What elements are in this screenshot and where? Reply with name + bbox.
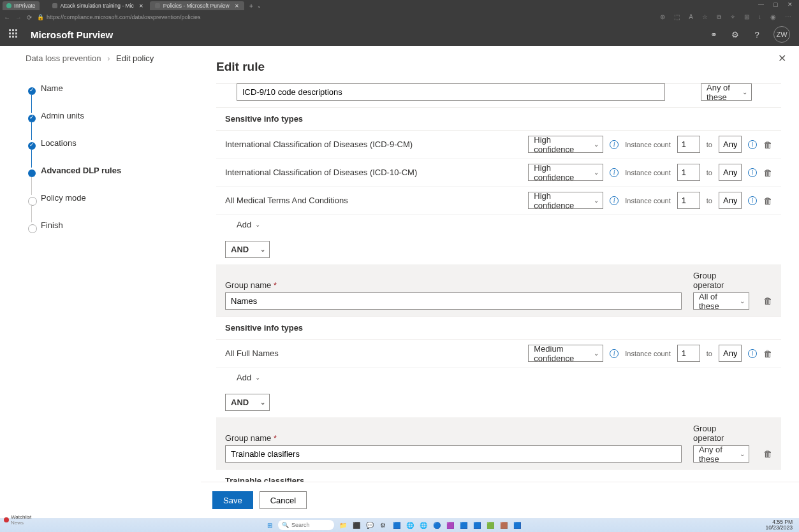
- taskbar-app-icon[interactable]: 🟦: [392, 521, 401, 530]
- info-icon[interactable]: i: [748, 140, 757, 149]
- user-avatar[interactable]: ZW: [773, 26, 790, 43]
- step-finish[interactable]: Finish: [24, 220, 201, 230]
- taskbar-search[interactable]: 🔍Search: [278, 520, 334, 530]
- step-locations[interactable]: Locations: [24, 138, 201, 148]
- group-name-input[interactable]: [225, 292, 682, 310]
- step-admin-units[interactable]: Admin units: [24, 111, 201, 120]
- info-icon[interactable]: i: [748, 168, 757, 177]
- delete-row-button[interactable]: 🗑: [763, 196, 772, 206]
- save-button[interactable]: Save: [212, 491, 253, 509]
- taskbar-app-icon[interactable]: 💬: [365, 521, 374, 530]
- more-icon[interactable]: ⋯: [785, 13, 791, 21]
- group-name-input[interactable]: [225, 445, 682, 463]
- extensions-icon[interactable]: ⊞: [744, 13, 749, 21]
- info-icon[interactable]: i: [610, 349, 619, 358]
- window-close-button[interactable]: ✕: [788, 1, 793, 8]
- collections-icon[interactable]: ✧: [730, 13, 735, 21]
- zoom-icon[interactable]: ⊕: [660, 13, 665, 21]
- instance-to-input[interactable]: [719, 164, 742, 181]
- logic-operator-select[interactable]: AND⌄: [225, 394, 270, 411]
- group-operator-select[interactable]: Any of these⌄: [701, 83, 752, 101]
- browser-tab-strip: InPrivate Attack simulation training - M…: [0, 0, 799, 11]
- info-icon[interactable]: i: [610, 140, 619, 149]
- help-icon[interactable]: ?: [752, 29, 762, 40]
- downloads-icon[interactable]: ↓: [758, 13, 761, 21]
- step-policy-mode[interactable]: Policy mode: [24, 193, 201, 203]
- confidence-select[interactable]: Medium confidence⌄: [528, 345, 603, 362]
- appearance-icon[interactable]: A: [689, 13, 693, 21]
- group-operator-label: Group operator: [693, 424, 749, 443]
- read-aloud-icon[interactable]: ⬚: [674, 13, 680, 21]
- instance-from-input[interactable]: [677, 192, 700, 209]
- taskbar-app-icon[interactable]: ⬛: [351, 521, 361, 530]
- start-button[interactable]: ⊞: [265, 521, 274, 530]
- close-icon[interactable]: ✕: [139, 3, 143, 9]
- taskbar-app-icon[interactable]: 🟪: [445, 521, 455, 530]
- browser-tab[interactable]: Policies - Microsoft Purview ✕: [150, 1, 244, 10]
- delete-row-button[interactable]: 🗑: [763, 349, 772, 359]
- taskbar-app-icon[interactable]: 🟦: [472, 521, 481, 530]
- back-button[interactable]: ←: [4, 14, 10, 21]
- tab-title: Attack simulation training - Mic: [61, 3, 134, 9]
- taskbar-app-icon[interactable]: 🟫: [499, 521, 508, 530]
- instance-to-input[interactable]: [719, 192, 742, 209]
- app-brand[interactable]: Microsoft Purview: [31, 29, 113, 40]
- browser-tab[interactable]: Attack simulation training - Mic ✕: [47, 1, 149, 10]
- tab-chevron-icon[interactable]: ⌄: [257, 3, 261, 9]
- logic-operator-select[interactable]: AND⌄: [225, 241, 270, 258]
- confidence-select[interactable]: High confidence⌄: [528, 136, 603, 153]
- step-name[interactable]: Name: [24, 83, 201, 93]
- step-advanced-dlp-rules[interactable]: Advanced DLP rules: [24, 166, 201, 175]
- system-clock[interactable]: 4:55 PM 10/23/2023: [759, 519, 799, 531]
- group-name-input[interactable]: [237, 83, 665, 101]
- taskbar-app-icon[interactable]: 🔵: [432, 521, 441, 530]
- confidence-select[interactable]: High confidence⌄: [528, 192, 603, 209]
- taskbar-app-icon[interactable]: 🌐: [418, 521, 428, 530]
- delete-group-button[interactable]: 🗑: [763, 292, 772, 310]
- app-launcher-icon[interactable]: [9, 29, 19, 40]
- info-icon[interactable]: i: [748, 196, 757, 205]
- chevron-down-icon: ⌄: [255, 374, 260, 381]
- close-flyout-button[interactable]: ✕: [778, 52, 786, 64]
- refresh-button[interactable]: ⟳: [27, 14, 32, 21]
- chevron-down-icon: ⌄: [742, 89, 747, 96]
- taskbar-app-icon[interactable]: 🌐: [405, 521, 414, 530]
- delete-row-button[interactable]: 🗑: [763, 140, 772, 150]
- settings-icon[interactable]: ⚙: [730, 29, 740, 40]
- flyout-scroll-area[interactable]: Any of these⌄ Sensitive info types Inter…: [216, 83, 781, 482]
- instance-from-input[interactable]: [677, 345, 700, 362]
- delete-group-button[interactable]: 🗑: [763, 445, 772, 463]
- group-operator-select[interactable]: All of these⌄: [693, 292, 749, 310]
- new-tab-button[interactable]: +: [249, 2, 253, 10]
- delete-row-button[interactable]: 🗑: [763, 168, 772, 178]
- info-icon[interactable]: i: [610, 196, 619, 205]
- breadcrumb-root[interactable]: Data loss prevention: [26, 54, 101, 63]
- taskbar-app-icon[interactable]: ⚙: [378, 521, 388, 530]
- taskbar-app-icon[interactable]: 📁: [338, 521, 348, 530]
- group-operator-select[interactable]: Any of these⌄: [693, 445, 749, 463]
- add-button[interactable]: Add⌄: [216, 215, 781, 234]
- favorite-icon[interactable]: ☆: [702, 13, 708, 21]
- close-icon[interactable]: ✕: [235, 3, 239, 9]
- instance-count-label: Instance count: [625, 197, 671, 205]
- activities-icon[interactable]: ⚭: [708, 29, 719, 40]
- instance-from-input[interactable]: [677, 164, 700, 181]
- cancel-button[interactable]: Cancel: [260, 491, 307, 509]
- window-minimize-button[interactable]: —: [758, 1, 764, 8]
- news-widget[interactable]: WatchlistNews: [4, 514, 31, 526]
- taskbar-app-icon[interactable]: 🟦: [458, 521, 468, 530]
- add-button[interactable]: Add⌄: [216, 368, 781, 387]
- taskbar-app-icon[interactable]: 🟩: [485, 521, 495, 530]
- window-maximize-button[interactable]: ▢: [773, 1, 779, 8]
- confidence-select[interactable]: High confidence⌄: [528, 164, 603, 181]
- taskbar-app-icon[interactable]: 🟦: [512, 521, 522, 530]
- split-icon[interactable]: ⧉: [717, 13, 721, 21]
- instance-to-input[interactable]: [719, 136, 742, 153]
- profile-icon[interactable]: ◉: [770, 13, 776, 21]
- info-icon[interactable]: i: [748, 349, 757, 358]
- windows-taskbar[interactable]: WatchlistNews ⊞ 🔍Search 📁 ⬛ 💬 ⚙ 🟦 🌐 🌐 🔵 …: [0, 518, 799, 532]
- info-icon[interactable]: i: [610, 168, 619, 177]
- instance-from-input[interactable]: [677, 136, 700, 153]
- address-bar[interactable]: 🔒 https://compliance.microsoft.com/datal…: [37, 14, 201, 20]
- instance-to-input[interactable]: [719, 345, 742, 362]
